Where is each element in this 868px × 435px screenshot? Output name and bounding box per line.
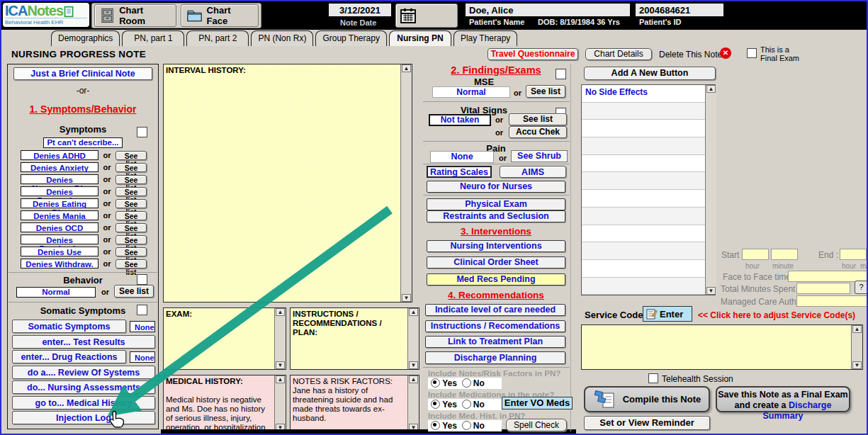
list-item[interactable] [582,208,715,225]
behavior-checkbox[interactable] [137,274,147,285]
symptoms-checkbox[interactable] [137,127,147,137]
tab-play-therapy[interactable]: Play Therapy [453,30,517,46]
start-minute-field[interactable] [771,249,798,260]
med-recs-pending-button[interactable]: Med Recs Pending [427,273,565,286]
delete-note-icon[interactable]: ✕ [720,47,731,59]
tab-pn-non-rx-[interactable]: PN (Non Rx) [251,30,313,46]
compile-note-button[interactable]: Compile this Note [584,386,710,412]
notes-risk-scrollbar[interactable] [407,375,419,431]
list-item[interactable] [582,278,715,295]
managed-care-field[interactable] [796,295,868,307]
see-list-button[interactable]: See list [115,199,147,208]
enter-vo-meds-button[interactable]: Enter VO Meds [502,397,573,409]
list-item[interactable] [582,242,715,260]
pain-none-button[interactable]: None [430,151,494,163]
behavior-see-list-button[interactable]: See list [114,285,154,298]
set-view-reminder-button[interactable]: Set or View Reminder [584,416,710,430]
tab-demographics[interactable]: Demographics [51,30,120,46]
service-code-textarea[interactable] [581,324,863,370]
section-findings-exams[interactable]: 2. Findings/Exams [424,64,568,76]
denies-button[interactable]: Denies ADHD [21,150,98,160]
tab-group-therapy[interactable]: Group Therapy [315,30,387,46]
list-item[interactable] [582,190,715,208]
telehealth-checkbox[interactable] [648,373,658,383]
mse-see-list-button[interactable]: See list [526,85,565,98]
vitals-not-taken-button[interactable]: Not taken [429,114,491,126]
notes-no-radio[interactable] [462,378,471,388]
somatic-checkbox[interactable] [137,305,147,315]
patient-id-value[interactable]: 2004684621 [636,4,723,16]
none-button[interactable]: None [130,351,155,363]
spell-check-button[interactable]: Spell Check [506,419,567,431]
medical-history-textarea[interactable]: MEDICAL HISTORY:Medical history is negat… [163,375,286,432]
list-item[interactable] [582,225,715,243]
hist-no-radio[interactable] [462,421,471,430]
interval-history-textarea[interactable]: INTERVAL HISTORY: [163,64,412,303]
service-code-scrollbar[interactable] [851,325,862,369]
help-icon[interactable]: ? [855,281,868,294]
exam-textarea[interactable]: EXAM: [163,307,286,370]
list-item[interactable] [582,172,715,190]
meds-no-radio[interactable] [462,400,471,409]
pt-cant-describe-button[interactable]: Pt can't describe... [43,137,123,148]
list-item[interactable]: No Side Effects [582,85,715,103]
travel-questionnaire-button[interactable]: Travel Questionnaire [487,48,578,60]
tab-nursing-pn[interactable]: Nursing PN [389,30,451,46]
patient-name-value[interactable]: Doe, Alice [466,4,630,16]
action-button-go-to-medical-history[interactable]: go to... Medical History [12,396,155,409]
denies-button[interactable]: Denies Withdraw. [21,259,98,269]
see-list-button[interactable]: See list [115,259,147,269]
level-of-care-button[interactable]: Indicate level of care needed [425,304,565,316]
action-button-enter-test-results[interactable]: enter... Test Results [12,335,155,349]
section-recommendations[interactable]: 4. Recommendations [424,290,568,300]
add-new-button[interactable]: Add A New Button [584,67,716,80]
mse-normal-button[interactable]: Normal [432,86,510,98]
neuro-for-nurses-button[interactable]: Neuro for Nurses [427,181,565,193]
notes-yes-radio[interactable] [431,378,440,388]
clinical-order-sheet-button[interactable]: Clinical Order Sheet [427,256,565,269]
see-shrub-button[interactable]: See Shrub [511,150,568,162]
nursing-interventions-button[interactable]: Nursing Interventions [427,240,565,252]
exam-scrollbar[interactable] [274,308,286,369]
section-symptoms-behavior[interactable]: 1. Symptoms/Behavior [8,103,158,115]
final-exam-checkbox[interactable] [747,48,757,58]
vitals-see-list-button[interactable]: See list [509,113,567,125]
none-button[interactable]: None [130,321,155,332]
action-button-do-a-review-of-systems[interactable]: do a.... Review Of Systems [12,366,155,379]
see-list-button[interactable]: See list [115,223,147,232]
denies-button[interactable]: Denies Anxiety [21,162,98,172]
restraints-seclusion-button[interactable]: Restraints and Seclusion [427,210,565,222]
list-item[interactable] [582,137,715,155]
chart-details-button[interactable]: Chart Details [585,48,652,60]
action-button-injection-log[interactable]: Injection Log [12,411,155,424]
see-list-button[interactable]: See list [115,151,147,160]
save-final-exam-button[interactable]: Save this Note as a Final Exam and creat… [716,386,850,412]
instructions-recommendations-button[interactable]: Instructions / Recomendations [425,320,565,332]
calendar-button[interactable] [395,4,458,28]
note-date-value[interactable]: 3/12/2021 [329,4,391,16]
denies-button[interactable]: Denies Neurocog. Dis [21,174,98,184]
tab-pn-part-2[interactable]: PN, part 2 [186,30,249,46]
action-button-do-nursing-assessments[interactable]: do... Nursing Assessments [12,380,155,394]
side-effects-listbox[interactable]: No Side Effects [581,84,716,295]
see-list-button[interactable]: See list [115,211,147,220]
accu-chek-button[interactable]: Accu Chek [509,126,567,138]
notes-risk-textarea[interactable]: NOTES & RISK FACTORS: Jane has a history… [290,375,419,432]
see-list-button[interactable]: See list [115,163,147,172]
end-hour-field[interactable] [840,249,867,260]
link-treatment-plan-button[interactable]: Link to Treatment Plan [425,336,565,348]
see-list-button[interactable]: See list [115,247,147,256]
behavior-normal-button[interactable]: Normal [16,287,96,298]
service-code-enter-button[interactable]: Enter [643,306,692,322]
chart-face-button[interactable]: Chart Face [181,4,259,27]
physical-exam-button[interactable]: Physical Exam [427,198,565,210]
hist-yes-radio[interactable] [431,421,440,430]
findings-checkbox[interactable] [556,69,566,79]
instructions-scrollbar[interactable] [407,308,419,369]
interval-history-scrollbar[interactable] [400,64,412,302]
denies-button[interactable]: Denies Mania [21,210,98,220]
medical-history-scrollbar[interactable] [274,375,286,431]
start-hour-field[interactable] [742,249,769,260]
denies-button[interactable]: Denies Use [21,247,98,256]
side-effects-scrollbar[interactable] [705,85,716,295]
